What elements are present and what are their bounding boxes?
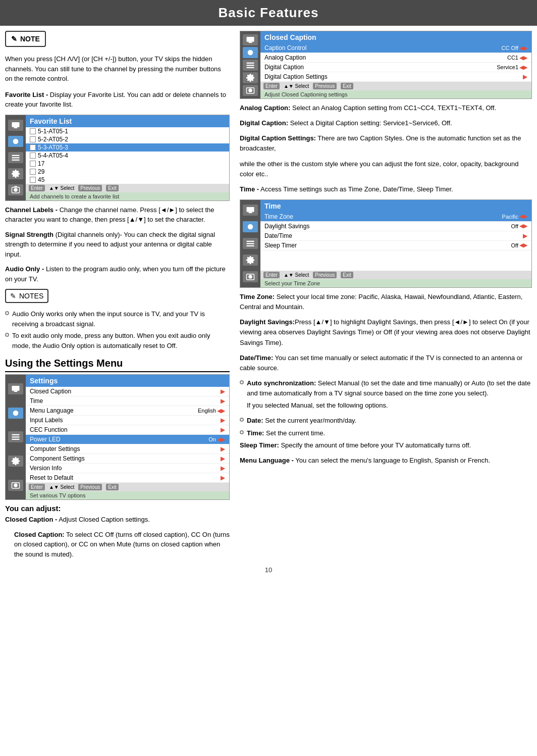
settings-menu-item: Version Info▶ xyxy=(26,464,229,473)
settings-menu-heading: Using the Settings Menu xyxy=(5,358,230,372)
auto-sync-text: Auto synchronization: Select Manual (to … xyxy=(247,378,532,398)
svg-rect-27 xyxy=(247,243,254,244)
favorite-list-intro: Favorite List - Display your Favorite Li… xyxy=(5,90,230,110)
arrow-right-icon: ▶ xyxy=(221,465,225,472)
svg-rect-28 xyxy=(247,245,254,246)
closed-caption-body: Adjust Closed Caption settings. xyxy=(57,516,150,523)
svg-point-30 xyxy=(248,275,252,279)
time-item-bullet xyxy=(240,430,244,434)
arrow-lr-icon: ◀▶ xyxy=(519,45,527,52)
notes-icon: ✎ xyxy=(10,292,16,300)
cc-sidebar-circle xyxy=(243,47,258,58)
date-time-body: You can set time manually or select auto… xyxy=(240,354,522,372)
favorite-list-item: 5-4-AT05-4 xyxy=(26,152,229,160)
svg-point-14 xyxy=(14,483,18,487)
arrow-right-icon: ▶ xyxy=(221,426,225,433)
menu-language-text: Menu Language - You can select the menu'… xyxy=(240,456,532,466)
signal-strength-bold: Signal Strength xyxy=(5,231,53,238)
menu-language-bold: Menu Language - xyxy=(240,457,294,464)
sidebar-bars-icon xyxy=(8,152,23,163)
time-zone-body: Select your local time zone: Pacific, Al… xyxy=(240,293,522,311)
time-menu-hint: Select your Time Zone xyxy=(260,279,531,287)
date-item: Date: Set the current year/month/day. xyxy=(240,416,532,426)
favorite-list-menu: Favorite List 5-1-AT05-15-2-AT05-25-3-AT… xyxy=(5,115,230,201)
time-menu-content: Time Time ZonePacific ◀▶Daylight Savings… xyxy=(260,200,531,287)
note-icon: ✎ xyxy=(11,35,17,43)
time-item-body: Set the current time. xyxy=(264,429,325,437)
daylight-savings-text: Daylight Savings:Press [▲/▼] to highligh… xyxy=(240,317,532,347)
svg-rect-2 xyxy=(12,155,20,156)
menu-content: Favorite List 5-1-AT05-15-2-AT05-25-3-AT… xyxy=(26,115,229,200)
you-can-adjust: You can adjust: xyxy=(5,504,230,513)
time-zone-text: Time Zone: Select your local time zone: … xyxy=(240,292,532,312)
settings-menu-title: Settings xyxy=(26,375,229,387)
sleep-timer-bold: Sleep Timer: xyxy=(240,441,279,449)
daylight-savings-bold: Daylight Savings: xyxy=(240,318,295,326)
sleep-timer-body: Specify the amount of time before your T… xyxy=(279,441,471,449)
settings-menu-item: Reset to Default▶ xyxy=(26,473,229,483)
arrow-lr-icon: ◀▶ xyxy=(519,242,527,248)
arrow-lr-icon: ◀▶ xyxy=(519,213,527,220)
note-label: NOTE xyxy=(20,35,40,43)
svg-point-9 xyxy=(13,410,19,416)
notes-items: Audio Only works only when the input sou… xyxy=(5,309,230,350)
svg-rect-18 xyxy=(247,62,254,63)
closed-caption-sub-bold: Closed Caption: xyxy=(14,531,65,538)
svg-rect-16 xyxy=(247,37,254,42)
favorite-list-item: 5-2-AT05-2 xyxy=(26,135,229,143)
time-menu-title: Time xyxy=(260,200,531,212)
time-sidebar-circle xyxy=(243,221,258,232)
arrow-right-icon: ▶ xyxy=(221,474,225,481)
svg-rect-4 xyxy=(12,160,20,161)
menu-language-body: You can select the menu's language to En… xyxy=(294,457,490,464)
page-number: 10 xyxy=(0,562,537,578)
time-zone-bold: Time Zone: xyxy=(240,293,275,300)
cc-sidebar-gear xyxy=(243,72,258,83)
svg-rect-24 xyxy=(247,207,254,212)
arrow-right-icon: ▶ xyxy=(221,388,225,395)
time-sidebar-cam xyxy=(243,271,258,282)
notes-item-2: To exit audio only mode, press any butto… xyxy=(5,331,230,350)
favorite-list-item: 17 xyxy=(26,160,229,168)
notes-box: ✎ NOTES xyxy=(5,289,48,303)
arrow-right-icon: ▶ xyxy=(523,232,527,239)
svg-point-6 xyxy=(14,188,18,192)
svg-point-1 xyxy=(13,139,19,144)
arrow-lr-icon: ◀▶ xyxy=(217,408,225,414)
svg-rect-20 xyxy=(247,67,254,68)
checkbox xyxy=(30,144,36,150)
cc-menu-footer: Enter ▲▼ Select Previous Exit xyxy=(260,82,531,90)
settings-sidebar-gear xyxy=(8,456,23,467)
page-header: Basic Features xyxy=(0,0,537,26)
svg-rect-26 xyxy=(247,241,254,242)
time-sidebar xyxy=(240,200,260,287)
favorite-list-item: 5-3-AT05-3 xyxy=(26,143,229,152)
sidebar-circle-icon xyxy=(8,136,23,147)
time-item-text: Time: Set the current time. xyxy=(247,428,325,438)
time-item: Time: Set the current time. xyxy=(240,428,532,438)
cc-sidebar-bars xyxy=(243,60,258,71)
checkbox xyxy=(30,153,36,159)
menu-footer: Enter ▲▼ Select Previous Exit xyxy=(26,184,229,192)
time-item-bold: Time: xyxy=(247,429,264,437)
digital-caption-settings-text: Digital Caption Settings: There are two … xyxy=(240,133,532,154)
menu-title: Favorite List xyxy=(26,115,229,127)
menu-sidebar xyxy=(6,115,26,200)
svg-rect-12 xyxy=(12,439,20,440)
arrow-lr-icon: ◀▶ xyxy=(519,223,527,229)
time-menu-item: Sleep TimerOff ◀▶ xyxy=(260,241,531,250)
notes-item-1: Audio Only works only when the input sou… xyxy=(5,309,230,329)
settings-menu-content: Settings Closed Caption▶Time▶Menu Langua… xyxy=(26,375,229,499)
bullet-icon-2 xyxy=(5,333,9,337)
date-time-text: Date/Time: You can set time manually or … xyxy=(240,353,532,373)
settings-menu: Settings Closed Caption▶Time▶Menu Langua… xyxy=(5,374,230,500)
settings-menu-item: Computer Settings▶ xyxy=(26,444,229,454)
settings-sidebar-circle xyxy=(8,408,23,419)
time-menu: Time Time ZonePacific ◀▶Daylight Savings… xyxy=(240,199,532,288)
time-sidebar-bars xyxy=(243,238,258,249)
left-column: ✎ NOTE When you press [CH Λ/V] (or [CH +… xyxy=(5,31,237,562)
favorite-list-bold: Favorite List - xyxy=(5,91,48,98)
closed-caption-text: Closed Caption - Adjust Closed Caption s… xyxy=(5,515,230,525)
analog-caption-body: Select an Analog Caption setting from CC… xyxy=(290,104,496,112)
svg-point-25 xyxy=(248,224,253,230)
